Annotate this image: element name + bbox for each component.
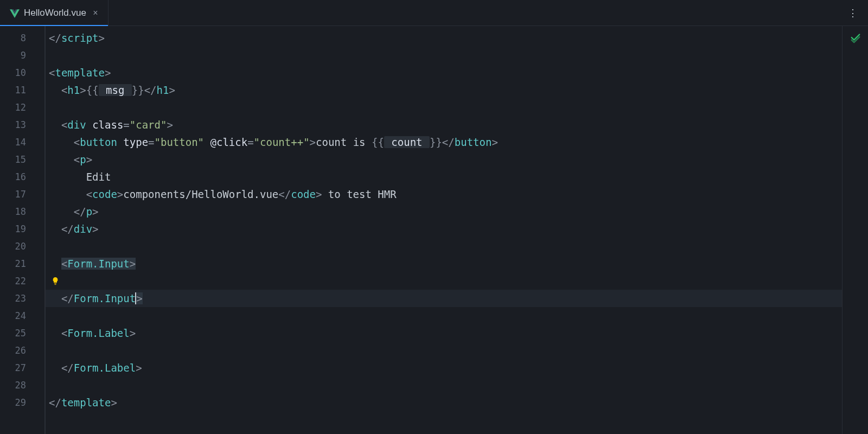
code-line[interactable]: [46, 342, 842, 359]
code-line-active[interactable]: </Form.Input>: [46, 290, 842, 307]
line-number: 29: [0, 394, 38, 411]
line-number: 9: [0, 47, 38, 64]
right-rail: [842, 26, 868, 434]
code-line[interactable]: <template>: [46, 64, 842, 81]
line-number: 23: [0, 290, 38, 307]
line-number: 10: [0, 64, 38, 81]
line-number: 20: [0, 238, 38, 255]
tab-bar: HelloWorld.vue × ⋮: [0, 0, 868, 26]
close-tab-icon[interactable]: ×: [91, 8, 100, 18]
line-number-gutter: 8 9 10 11 12 13 14 15 16 17 18 19 20 21 …: [0, 26, 38, 434]
line-number: 25: [0, 324, 38, 342]
line-number: 12: [0, 99, 38, 116]
app-chrome: HelloWorld.vue × ⋮ 8 9 10 11 12 13 14 15…: [0, 0, 868, 434]
line-number: 18: [0, 203, 38, 220]
tabs: HelloWorld.vue ×: [0, 0, 108, 25]
code-line[interactable]: <code>components/HelloWorld.vue</code> t…: [46, 186, 842, 203]
code-area[interactable]: </script> <template> <h1>{{ msg }}</h1> …: [44, 26, 842, 434]
line-number: 22: [0, 272, 38, 290]
code-line[interactable]: [46, 238, 842, 255]
code-line[interactable]: <Form.Label>: [46, 324, 842, 342]
code-line[interactable]: Edit: [46, 168, 842, 186]
code-line[interactable]: [46, 376, 842, 394]
line-number: 24: [0, 307, 38, 324]
line-number: 27: [0, 359, 38, 376]
code-line[interactable]: </p>: [46, 203, 842, 220]
code-line[interactable]: <Form.Input>: [46, 255, 842, 272]
line-number: 15: [0, 151, 38, 168]
line-number: 17: [0, 186, 38, 203]
editor: 8 9 10 11 12 13 14 15 16 17 18 19 20 21 …: [0, 26, 868, 434]
line-number: 21: [0, 255, 38, 272]
code-line[interactable]: </template>: [46, 394, 842, 411]
code-line[interactable]: <p>: [46, 151, 842, 168]
lightbulb-icon[interactable]: [51, 277, 60, 285]
code-line[interactable]: [46, 47, 842, 64]
line-number: 16: [0, 168, 38, 186]
vue-file-icon: [10, 8, 20, 18]
line-number: 11: [0, 81, 38, 99]
line-number: 13: [0, 116, 38, 133]
code-line[interactable]: </div>: [46, 220, 842, 238]
problems-ok-icon[interactable]: [850, 31, 861, 43]
code-line[interactable]: <button type="button" @click="count++">c…: [46, 133, 842, 151]
code-line[interactable]: [46, 99, 842, 116]
more-menu-icon[interactable]: ⋮: [848, 7, 868, 19]
line-number: 8: [0, 29, 38, 47]
code-line[interactable]: [46, 307, 842, 324]
code-line[interactable]: <div class="card">: [46, 116, 842, 133]
tab-helloworld[interactable]: HelloWorld.vue ×: [0, 0, 108, 25]
line-number: 28: [0, 376, 38, 394]
tab-filename: HelloWorld.vue: [24, 8, 86, 18]
line-number: 26: [0, 342, 38, 359]
code-line[interactable]: [46, 272, 842, 290]
code-line[interactable]: </Form.Label>: [46, 359, 842, 376]
code-line[interactable]: <h1>{{ msg }}</h1>: [46, 81, 842, 99]
code-line[interactable]: </script>: [46, 29, 842, 47]
line-number: 14: [0, 133, 38, 151]
line-number: 19: [0, 220, 38, 238]
